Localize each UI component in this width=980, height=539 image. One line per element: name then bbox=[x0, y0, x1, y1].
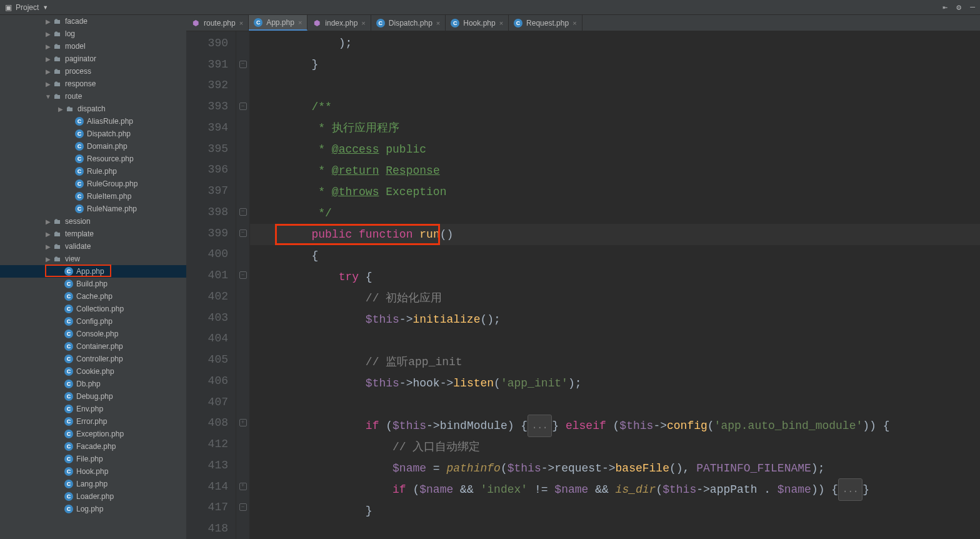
expand-arrow-icon[interactable]: ▼ bbox=[44, 93, 52, 100]
tree-folder[interactable]: ▶🖿process bbox=[0, 65, 186, 78]
code-line[interactable]: } bbox=[250, 54, 980, 75]
editor-tab[interactable]: CHook.php× bbox=[446, 15, 509, 31]
expand-arrow-icon[interactable]: ▶ bbox=[44, 243, 52, 250]
expand-arrow-icon[interactable]: ▶ bbox=[44, 56, 52, 63]
editor-tab[interactable]: ⬢route.php× bbox=[186, 15, 249, 31]
tree-folder[interactable]: ▶🖿validate bbox=[0, 240, 186, 253]
tree-file[interactable]: ▶CConsole.php bbox=[0, 328, 186, 340]
code-line[interactable] bbox=[250, 521, 980, 539]
tree-file[interactable]: ▶CCollection.php bbox=[0, 303, 186, 315]
fold-cell[interactable]: − bbox=[236, 264, 249, 286]
fold-cell[interactable]: − bbox=[236, 201, 249, 223]
code-line[interactable] bbox=[250, 394, 980, 415]
code-line[interactable]: } bbox=[250, 500, 980, 521]
code-line[interactable]: // 初始化应用 bbox=[250, 288, 980, 309]
collapse-icon[interactable]: ⇤ bbox=[943, 3, 948, 13]
tree-folder[interactable]: ▼🖿route bbox=[0, 90, 186, 103]
editor-tab[interactable]: CApp.php× bbox=[249, 15, 308, 31]
tree-file[interactable]: ▶CBuild.php bbox=[0, 278, 186, 290]
fold-cell[interactable]: + bbox=[236, 413, 249, 434]
tree-folder[interactable]: ▶🖿log bbox=[0, 28, 186, 40]
close-icon[interactable]: × bbox=[361, 19, 365, 27]
project-selector[interactable]: ▣ Project ▼ bbox=[5, 3, 48, 12]
code-line[interactable]: // 入口自动绑定 bbox=[250, 436, 980, 458]
expand-arrow-icon[interactable]: ▶ bbox=[44, 31, 52, 38]
code-line[interactable]: ); bbox=[250, 33, 980, 54]
close-icon[interactable]: × bbox=[572, 19, 576, 27]
tree-file[interactable]: ▶CConfig.php bbox=[0, 315, 186, 328]
expand-arrow-icon[interactable]: ▶ bbox=[56, 106, 65, 113]
code-line[interactable]: if ($this->bindModule) {...} elseif ($th… bbox=[250, 415, 980, 436]
code-line[interactable]: * 执行应用程序 bbox=[250, 118, 980, 139]
close-icon[interactable]: × bbox=[239, 19, 243, 27]
code-line[interactable]: $this->hook->listen('app_init'); bbox=[250, 373, 980, 394]
tree-file[interactable]: ▶CResource.php bbox=[0, 153, 186, 165]
code-line[interactable]: * @return Response bbox=[250, 160, 980, 181]
tree-file[interactable]: ▶CEnv.php bbox=[0, 403, 186, 415]
tree-file[interactable]: ▶CDispatch.php bbox=[0, 128, 186, 140]
tree-file[interactable]: ▶CApp.php bbox=[0, 265, 186, 278]
tree-file[interactable]: ▶CDomain.php bbox=[0, 140, 186, 153]
tree-folder[interactable]: ▶🖿session bbox=[0, 215, 186, 228]
editor-tab[interactable]: CDispatch.php× bbox=[371, 15, 446, 31]
gear-icon[interactable]: ⚙ bbox=[956, 3, 961, 13]
code-line[interactable]: $this->initialize(); bbox=[250, 309, 980, 330]
code-line[interactable] bbox=[250, 330, 980, 351]
expand-arrow-icon[interactable]: ▶ bbox=[44, 81, 52, 88]
minimize-icon[interactable]: — bbox=[970, 3, 975, 12]
tree-folder[interactable]: ▶🖿facade bbox=[0, 15, 186, 28]
code-line[interactable]: /** bbox=[250, 96, 980, 118]
editor-tab[interactable]: CRequest.php× bbox=[509, 15, 582, 31]
tree-file[interactable]: ▶CLoader.php bbox=[0, 490, 186, 503]
tree-file[interactable]: ▶CFile.php bbox=[0, 453, 186, 465]
code-line[interactable]: */ bbox=[250, 203, 980, 224]
tree-file[interactable]: ▶CCache.php bbox=[0, 290, 186, 303]
fold-cell[interactable]: − bbox=[236, 223, 249, 244]
tree-folder[interactable]: ▶🖿response bbox=[0, 78, 186, 90]
tree-file[interactable]: ▶CCookie.php bbox=[0, 365, 186, 378]
tree-folder[interactable]: ▶🖿template bbox=[0, 228, 186, 240]
expand-arrow-icon[interactable]: ▶ bbox=[44, 218, 52, 225]
tree-file[interactable]: ▶CContainer.php bbox=[0, 340, 186, 353]
tree-file[interactable]: ▶CLog.php bbox=[0, 503, 186, 515]
fold-cell[interactable]: − bbox=[236, 54, 249, 75]
tree-file[interactable]: ▶CException.php bbox=[0, 428, 186, 440]
tree-file[interactable]: ▶CRuleGroup.php bbox=[0, 178, 186, 190]
expand-arrow-icon[interactable]: ▶ bbox=[44, 43, 52, 50]
fold-cell[interactable]: − bbox=[236, 96, 249, 117]
code-line[interactable]: if ($name && 'index' != $name && is_dir(… bbox=[250, 479, 980, 500]
expand-arrow-icon[interactable]: ▶ bbox=[44, 256, 52, 263]
code-editor[interactable]: ); } /** * 执行应用程序 * @access public * @re… bbox=[250, 31, 980, 539]
close-icon[interactable]: × bbox=[298, 19, 302, 26]
tree-file[interactable]: ▶CAliasRule.php bbox=[0, 115, 186, 128]
expand-arrow-icon[interactable]: ▶ bbox=[44, 18, 52, 25]
close-icon[interactable]: × bbox=[436, 19, 440, 27]
tree-file[interactable]: ▶CDb.php bbox=[0, 378, 186, 390]
fold-cell[interactable]: + bbox=[236, 476, 249, 497]
tree-file[interactable]: ▶CRuleItem.php bbox=[0, 190, 186, 203]
tree-folder[interactable]: ▶🖿dispatch bbox=[0, 103, 186, 115]
project-tree[interactable]: ▶🖿facade▶🖿log▶🖿model▶🖿paginator▶🖿process… bbox=[0, 15, 186, 539]
code-line[interactable] bbox=[250, 75, 980, 96]
tree-file[interactable]: ▶CFacade.php bbox=[0, 440, 186, 453]
tree-file[interactable]: ▶CRuleName.php bbox=[0, 203, 186, 215]
tree-file[interactable]: ▶CController.php bbox=[0, 353, 186, 365]
tree-file[interactable]: ▶CError.php bbox=[0, 415, 186, 428]
code-line[interactable]: * @access public bbox=[250, 139, 980, 160]
fold-cell[interactable]: − bbox=[236, 497, 249, 518]
code-line[interactable]: // 监听app_init bbox=[250, 351, 980, 373]
code-line[interactable]: * @throws Exception bbox=[250, 181, 980, 203]
tree-folder[interactable]: ▶🖿model bbox=[0, 40, 186, 53]
tree-folder[interactable]: ▶🖿paginator bbox=[0, 53, 186, 65]
close-icon[interactable]: × bbox=[499, 19, 503, 27]
tree-file[interactable]: ▶CRule.php bbox=[0, 165, 186, 178]
code-line[interactable]: { bbox=[250, 245, 980, 266]
tree-file[interactable]: ▶CDebug.php bbox=[0, 390, 186, 403]
code-line[interactable]: $name = pathinfo($this->request->baseFil… bbox=[250, 458, 980, 479]
tree-file[interactable]: ▶CLang.php bbox=[0, 478, 186, 490]
code-line[interactable]: try { bbox=[250, 266, 980, 288]
editor-tab[interactable]: ⬢index.php× bbox=[308, 15, 371, 31]
tree-folder[interactable]: ▶🖿view bbox=[0, 253, 186, 265]
expand-arrow-icon[interactable]: ▶ bbox=[44, 68, 52, 75]
expand-arrow-icon[interactable]: ▶ bbox=[44, 231, 52, 238]
